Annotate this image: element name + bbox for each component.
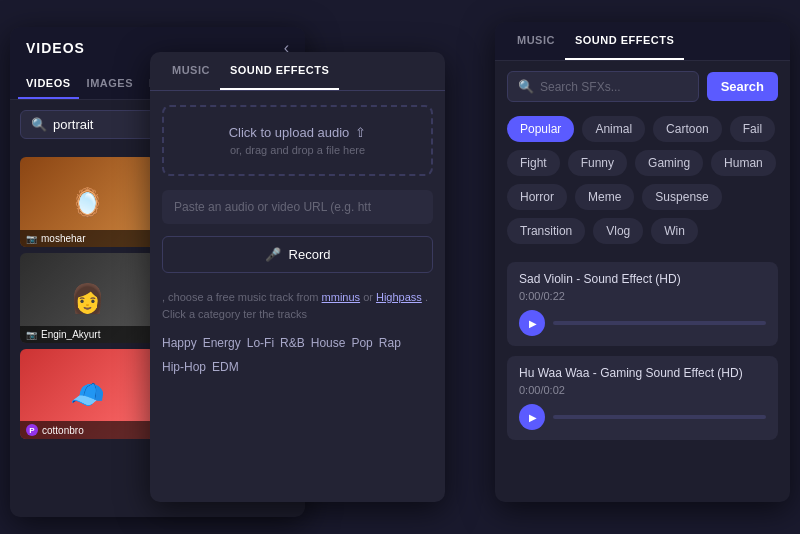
upload-text: Click to upload audio ⇧: [182, 125, 413, 140]
sfx-tag-meme[interactable]: Meme: [575, 184, 634, 210]
genre-energy[interactable]: Energy: [203, 334, 241, 352]
sfx-progress-bar-2[interactable]: [553, 415, 766, 419]
sfx-result-2-title: Hu Waa Waa - Gaming Sound Effect (HD): [519, 366, 766, 380]
genre-house[interactable]: House: [311, 334, 346, 352]
sfx-tags-container: Popular Animal Cartoon Fail Fight Funny …: [495, 112, 790, 254]
camera-icon: 📷: [26, 234, 37, 244]
sfx-result-1: Sad Violin - Sound Effect (HD) 0:00/0:22…: [507, 262, 778, 346]
sfx-player-2: ▶: [519, 404, 766, 430]
sfx-tag-fail[interactable]: Fail: [730, 116, 775, 142]
genre-lofi[interactable]: Lo-Fi: [247, 334, 274, 352]
url-input-area[interactable]: Paste an audio or video URL (e.g. htt: [162, 190, 433, 224]
video-label-3: 📷 Engin_Akyurt: [20, 326, 155, 343]
genre-rap[interactable]: Rap: [379, 334, 401, 352]
tab-videos[interactable]: VIDEOS: [18, 69, 79, 99]
play-icon-2: ▶: [529, 412, 537, 423]
genre-rnb[interactable]: R&B: [280, 334, 305, 352]
sfx-tag-funny[interactable]: Funny: [568, 150, 627, 176]
genre-pop[interactable]: Pop: [351, 334, 372, 352]
video-thumb-1[interactable]: 🪞 📷 moshehar: [20, 157, 155, 247]
highpass-link[interactable]: Highpass: [376, 291, 422, 303]
mic-icon: 🎤: [265, 247, 281, 262]
sfx-result-1-time: 0:00/0:22: [519, 290, 766, 302]
sfx-tabs-row: MUSIC SOUND EFFECTS: [495, 22, 790, 61]
sfx-tag-suspense[interactable]: Suspense: [642, 184, 721, 210]
genre-happy[interactable]: Happy: [162, 334, 197, 352]
sfx-panel: MUSIC SOUND EFFECTS 🔍 Search SFXs... Sea…: [495, 22, 790, 502]
genre-edm[interactable]: EDM: [212, 358, 239, 376]
sfx-results-list: Sad Violin - Sound Effect (HD) 0:00/0:22…: [495, 254, 790, 448]
sfx-progress-bar-1[interactable]: [553, 321, 766, 325]
avatar-p: P: [26, 424, 38, 436]
sfx-tag-vlog[interactable]: Vlog: [593, 218, 643, 244]
sfx-tab-sfx[interactable]: SOUND EFFECTS: [565, 22, 684, 60]
play-icon-1: ▶: [529, 318, 537, 329]
record-button[interactable]: 🎤 Record: [162, 236, 433, 273]
music-tabs-row: MUSIC SOUND EFFECTS: [150, 52, 445, 91]
sfx-tag-horror[interactable]: Horror: [507, 184, 567, 210]
genre-tags: Happy Energy Lo-Fi R&B House Pop Rap Hip…: [150, 334, 445, 376]
sfx-search-icon: 🔍: [518, 79, 534, 94]
sfx-tag-human[interactable]: Human: [711, 150, 776, 176]
upload-area[interactable]: Click to upload audio ⇧ or, drag and dro…: [162, 105, 433, 176]
music-tab-sfx[interactable]: SOUND EFFECTS: [220, 52, 339, 90]
sfx-tab-music[interactable]: MUSIC: [507, 22, 565, 60]
videos-panel-title: VIDEOS: [26, 40, 85, 56]
music-panel: MUSIC SOUND EFFECTS Click to upload audi…: [150, 52, 445, 502]
sfx-result-2: Hu Waa Waa - Gaming Sound Effect (HD) 0:…: [507, 356, 778, 440]
sfx-tag-popular[interactable]: Popular: [507, 116, 574, 142]
search-icon: 🔍: [31, 117, 47, 132]
sfx-tag-win[interactable]: Win: [651, 218, 698, 244]
upload-label: Click to upload audio: [229, 125, 350, 140]
camera-icon-3: 📷: [26, 330, 37, 340]
sfx-tag-fight[interactable]: Fight: [507, 150, 560, 176]
sfx-search-placeholder: Search SFXs...: [540, 80, 621, 94]
video-thumb-3[interactable]: 👩 📷 Engin_Akyurt: [20, 253, 155, 343]
sfx-play-button-1[interactable]: ▶: [519, 310, 545, 336]
record-label: Record: [289, 247, 331, 262]
video-label-5: P cottonbro: [20, 421, 155, 439]
sfx-tag-transition[interactable]: Transition: [507, 218, 585, 244]
sfx-tag-animal[interactable]: Animal: [582, 116, 645, 142]
sfx-result-2-time: 0:00/0:02: [519, 384, 766, 396]
sfx-search-box[interactable]: 🔍 Search SFXs...: [507, 71, 699, 102]
genre-hiphop[interactable]: Hip-Hop: [162, 358, 206, 376]
upload-sub-text: or, drag and drop a file here: [182, 144, 413, 156]
sfx-play-button-2[interactable]: ▶: [519, 404, 545, 430]
upload-icon: ⇧: [355, 125, 366, 140]
tab-images[interactable]: IMAGES: [79, 69, 141, 99]
sfx-search-row: 🔍 Search SFXs... Search: [495, 61, 790, 112]
sfx-tag-gaming[interactable]: Gaming: [635, 150, 703, 176]
sfx-result-1-title: Sad Violin - Sound Effect (HD): [519, 272, 766, 286]
url-placeholder-text: Paste an audio or video URL (e.g. htt: [174, 200, 371, 214]
sfx-player-1: ▶: [519, 310, 766, 336]
video-label-1: 📷 moshehar: [20, 230, 155, 247]
music-description: , choose a free music track from mminus …: [162, 289, 433, 322]
sfx-tag-cartoon[interactable]: Cartoon: [653, 116, 722, 142]
video-thumb-5[interactable]: 🧢 P cottonbro: [20, 349, 155, 439]
sfx-search-button[interactable]: Search: [707, 72, 778, 101]
music-tab-music[interactable]: MUSIC: [162, 52, 220, 90]
mminus-link[interactable]: mminus: [322, 291, 361, 303]
